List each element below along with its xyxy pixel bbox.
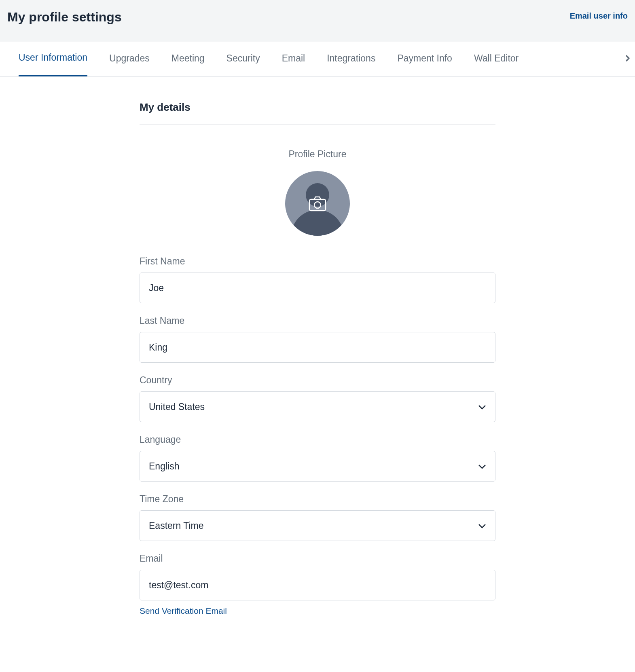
tab-upgrades[interactable]: Upgrades xyxy=(109,42,150,76)
tab-wall-editor[interactable]: Wall Editor xyxy=(474,42,519,76)
section-title: My details xyxy=(140,101,495,125)
tab-label: User Information xyxy=(19,52,87,63)
tabs: User Information Upgrades Meeting Securi… xyxy=(0,42,635,76)
send-verification-email-link[interactable]: Send Verification Email xyxy=(140,606,227,616)
country-select[interactable]: United States xyxy=(140,391,495,422)
last-name-input[interactable] xyxy=(140,332,495,363)
chevron-down-icon xyxy=(478,520,486,531)
email-user-info-link[interactable]: Email user info xyxy=(570,11,628,21)
page-header: My profile settings Email user info xyxy=(0,0,635,42)
tabs-scroll-right-button[interactable] xyxy=(623,52,633,66)
chevron-down-icon xyxy=(478,402,486,412)
timezone-select[interactable]: Eastern Time xyxy=(140,510,495,541)
tab-user-information[interactable]: User Information xyxy=(19,42,87,76)
content-area: My details Profile Picture First Name La… xyxy=(140,77,495,632)
tab-payment-info[interactable]: Payment Info xyxy=(397,42,452,76)
profile-picture-section: Profile Picture xyxy=(140,149,495,236)
chevron-right-icon xyxy=(623,59,633,66)
timezone-group: Time Zone Eastern Time xyxy=(140,494,495,541)
tab-security[interactable]: Security xyxy=(226,42,260,76)
timezone-label: Time Zone xyxy=(140,494,495,505)
avatar-placeholder-body xyxy=(291,210,344,236)
svg-point-1 xyxy=(314,202,321,208)
language-select[interactable]: English xyxy=(140,451,495,482)
timezone-value: Eastern Time xyxy=(149,520,478,531)
language-group: Language English xyxy=(140,434,495,482)
language-label: Language xyxy=(140,434,495,445)
tab-meeting[interactable]: Meeting xyxy=(171,42,205,76)
country-label: Country xyxy=(140,375,495,386)
profile-picture-upload[interactable] xyxy=(285,171,350,236)
tab-label: Payment Info xyxy=(397,53,452,64)
first-name-label: First Name xyxy=(140,256,495,267)
last-name-label: Last Name xyxy=(140,315,495,326)
tab-label: Upgrades xyxy=(109,53,150,64)
tab-integrations[interactable]: Integrations xyxy=(327,42,375,76)
chevron-down-icon xyxy=(478,461,486,472)
tab-label: Wall Editor xyxy=(474,53,519,64)
tab-email[interactable]: Email xyxy=(282,42,305,76)
country-group: Country United States xyxy=(140,375,495,422)
email-input[interactable] xyxy=(140,570,495,600)
last-name-group: Last Name xyxy=(140,315,495,363)
camera-icon xyxy=(309,196,326,213)
page-title: My profile settings xyxy=(7,10,122,25)
first-name-input[interactable] xyxy=(140,273,495,303)
tab-label: Meeting xyxy=(171,53,205,64)
svg-rect-0 xyxy=(309,199,326,211)
email-label: Email xyxy=(140,553,495,564)
language-value: English xyxy=(149,461,478,472)
profile-picture-label: Profile Picture xyxy=(140,149,495,160)
tabs-container: User Information Upgrades Meeting Securi… xyxy=(0,42,635,77)
tab-label: Security xyxy=(226,53,260,64)
country-value: United States xyxy=(149,402,478,412)
tab-label: Email xyxy=(282,53,305,64)
email-group: Email Send Verification Email xyxy=(140,553,495,616)
first-name-group: First Name xyxy=(140,256,495,303)
tab-label: Integrations xyxy=(327,53,375,64)
